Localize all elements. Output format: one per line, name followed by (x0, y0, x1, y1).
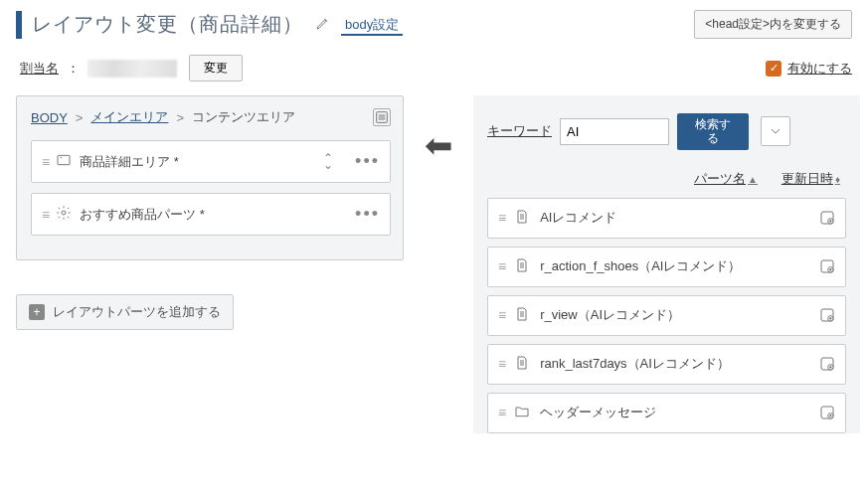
layout-item[interactable]: ≡ おすすめ商品パーツ * ••• (31, 193, 391, 236)
main-area: BODY > メインエリア > コンテンツエリア ≡ 商品詳細エリア * ⌃⌄ … (0, 95, 868, 433)
part-label: AIレコメンド (540, 209, 616, 227)
document-icon (514, 209, 530, 228)
part-item[interactable]: ≡ r_action_f_shoes（AIレコメンド） (487, 247, 846, 287)
breadcrumb: BODY > メインエリア > コンテンツエリア (31, 108, 391, 126)
sort-arrows-icon[interactable]: ⌃⌄ (323, 155, 333, 169)
breadcrumb-body[interactable]: BODY (31, 110, 68, 125)
assign-row: 割当名 ： 変更 ✓ 有効にする (0, 47, 868, 95)
drag-handle-icon[interactable]: ≡ (498, 356, 504, 372)
assign-label: 割当名 (20, 60, 59, 78)
part-item[interactable]: ≡ ヘッダーメッセージ (487, 393, 846, 433)
colon: ： (67, 60, 80, 78)
right-panel: キーワード 検索する パーツ名▲ 更新日時♦ ≡ AIレコメンド (473, 95, 860, 433)
more-icon[interactable]: ••• (355, 204, 380, 225)
add-to-layout-icon[interactable] (819, 210, 835, 226)
sort-headers: パーツ名▲ 更新日時♦ (487, 170, 846, 188)
parts-list: ≡ AIレコメンド ≡ r_action_f_shoes（AIレコメンド） (487, 198, 846, 433)
document-icon (514, 355, 530, 374)
area-icon (56, 152, 72, 171)
checkbox-checked-icon[interactable]: ✓ (766, 61, 781, 77)
breadcrumb-main-area[interactable]: メインエリア (90, 108, 168, 126)
plus-icon: + (29, 304, 45, 320)
add-layout-part-button[interactable]: + レイアウトパーツを追加する (16, 294, 234, 330)
enable-label: 有効にする (787, 60, 852, 78)
document-icon (514, 257, 530, 276)
gear-icon (56, 205, 72, 224)
breadcrumb-sep: > (176, 110, 184, 125)
more-icon[interactable]: ••• (355, 151, 380, 172)
list-icon[interactable] (373, 108, 391, 126)
drag-handle-icon[interactable]: ≡ (498, 405, 504, 420)
layout-item-label: おすすめ商品パーツ * (80, 206, 205, 224)
sort-parts-name[interactable]: パーツ名▲ (694, 170, 758, 188)
layout-item-label: 商品詳細エリア * (80, 153, 179, 171)
svg-point-6 (62, 211, 66, 215)
change-button[interactable]: 変更 (189, 55, 243, 82)
part-item[interactable]: ≡ AIレコメンド (487, 198, 846, 239)
add-to-layout-icon[interactable] (819, 405, 835, 420)
part-item[interactable]: ≡ rank_last7days（AIレコメンド） (487, 344, 846, 385)
search-button[interactable]: 検索する (677, 113, 749, 150)
part-label: ヘッダーメッセージ (540, 404, 656, 421)
arrow-left-icon: ⬅ (425, 125, 452, 165)
assign-value-redacted (87, 60, 177, 78)
breadcrumb-card: BODY > メインエリア > コンテンツエリア ≡ 商品詳細エリア * ⌃⌄ … (16, 95, 404, 260)
folder-icon (514, 404, 530, 422)
svg-rect-4 (58, 155, 70, 164)
drag-handle-icon[interactable]: ≡ (42, 207, 48, 223)
part-label: r_view（AIレコメンド） (540, 306, 680, 324)
tab-body[interactable]: body設定 (341, 15, 403, 36)
page-title: レイアウト変更（商品詳細） (32, 11, 303, 38)
drag-handle-icon[interactable]: ≡ (498, 307, 504, 323)
add-to-layout-icon[interactable] (819, 356, 835, 372)
add-to-layout-icon[interactable] (819, 258, 835, 274)
part-label: r_action_f_shoes（AIレコメンド） (540, 257, 741, 275)
add-to-layout-icon[interactable] (819, 307, 835, 323)
head-settings-button[interactable]: <head設定>内を変更する (694, 10, 852, 39)
chevron-down-icon[interactable] (761, 116, 790, 146)
sort-updated[interactable]: 更新日時♦ (781, 170, 840, 188)
layout-item[interactable]: ≡ 商品詳細エリア * ⌃⌄ ••• (31, 140, 391, 183)
drag-handle-icon[interactable]: ≡ (498, 258, 504, 274)
part-item[interactable]: ≡ r_view（AIレコメンド） (487, 295, 846, 336)
breadcrumb-sep: > (76, 110, 84, 125)
pencil-icon[interactable] (315, 15, 331, 34)
arrow-column: ⬅ (404, 95, 473, 433)
svg-point-5 (61, 157, 62, 158)
search-label: キーワード (487, 122, 552, 140)
part-label: rank_last7days（AIレコメンド） (540, 355, 730, 373)
search-input[interactable] (560, 118, 669, 145)
breadcrumb-current: コンテンツエリア (192, 108, 295, 126)
drag-handle-icon[interactable]: ≡ (42, 154, 48, 170)
page-header: レイアウト変更（商品詳細） body設定 <head設定>内を変更する (0, 0, 868, 47)
header-accent-bar (16, 11, 22, 39)
enable-toggle[interactable]: ✓ 有効にする (766, 60, 852, 78)
search-row: キーワード 検索する (487, 113, 846, 150)
drag-handle-icon[interactable]: ≡ (498, 210, 504, 226)
document-icon (514, 306, 530, 325)
add-layout-part-label: レイアウトパーツを追加する (53, 303, 221, 321)
left-column: BODY > メインエリア > コンテンツエリア ≡ 商品詳細エリア * ⌃⌄ … (8, 95, 404, 433)
tabs: body設定 (341, 16, 403, 34)
